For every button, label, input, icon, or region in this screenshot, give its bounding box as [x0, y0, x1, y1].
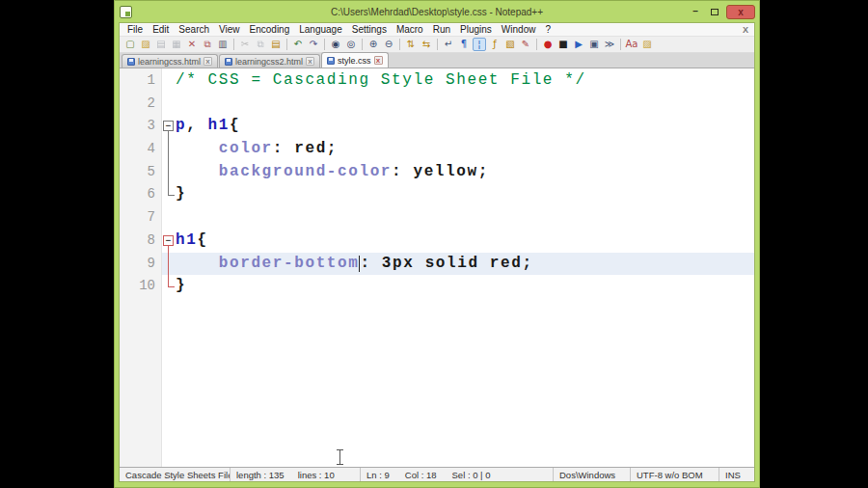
indent-guide-icon[interactable]: ¦: [473, 38, 486, 51]
editor-line: 10}: [120, 275, 754, 298]
client-area: FileEditSearchViewEncodingLanguageSettin…: [119, 22, 755, 482]
undo-icon[interactable]: ↶: [291, 38, 305, 51]
menu-item-plugins[interactable]: Plugins: [455, 24, 497, 35]
char-panel-icon[interactable]: Aa: [625, 38, 638, 51]
editor-line: 6}: [120, 183, 754, 206]
fold-margin: [162, 161, 176, 184]
open-folder-icon[interactable]: ▨: [139, 38, 152, 51]
editor-line: 9 border-bottom: 3px solid red;: [120, 253, 754, 276]
close-button[interactable]: x: [726, 5, 755, 19]
tab-learningcss2-html[interactable]: learningcss2.htmlx: [219, 54, 320, 68]
toolbar-separator: [437, 39, 438, 50]
tab-style-css[interactable]: style.cssx: [321, 52, 389, 68]
redo-icon[interactable]: ↷: [307, 38, 320, 51]
zoom-out-icon[interactable]: ⊖: [382, 38, 395, 51]
editor-line: 1/* CSS = Cascading Style Sheet File */: [120, 69, 754, 93]
word-wrap-icon[interactable]: ↵: [442, 38, 455, 51]
letterboxed-stage: C:\Users\Mehrdad\Desktop\style.css - Not…: [0, 0, 868, 488]
save-all-icon: ▦: [170, 38, 183, 51]
menu-item-edit[interactable]: Edit: [148, 24, 174, 35]
sync-horizontal-scroll-icon[interactable]: ⇆: [420, 38, 433, 51]
maximize-button[interactable]: [707, 6, 722, 17]
function-list-icon[interactable]: ƒ: [488, 38, 502, 51]
line-number: 1: [120, 69, 162, 93]
fold-margin: [162, 206, 176, 230]
saved-file-icon: [225, 58, 232, 66]
status-insert-mode[interactable]: INS: [719, 468, 754, 481]
toolbar-separator: [233, 39, 234, 50]
show-all-chars-icon[interactable]: ¶: [457, 38, 471, 51]
fold-margin: [162, 93, 176, 116]
zoom-in-icon[interactable]: ⊕: [366, 38, 380, 51]
fold-collapse-icon[interactable]: −: [163, 235, 174, 246]
macro-stop-icon[interactable]: ■: [556, 38, 570, 51]
tab-label: learningcss2.html: [235, 57, 303, 67]
tab-close-icon[interactable]: x: [306, 57, 314, 66]
menu-item-window[interactable]: Window: [497, 24, 541, 35]
new-file-icon[interactable]: ▢: [123, 38, 137, 51]
macro-record-icon[interactable]: ●: [541, 38, 555, 51]
editor-line: 5 background-color: yellow;: [120, 161, 754, 184]
menu-item-settings[interactable]: Settings: [347, 24, 392, 35]
status-column-number: Col : 18: [405, 470, 437, 480]
status-lines: lines : 10: [298, 470, 335, 480]
editor-line: 2: [120, 93, 754, 116]
close-all-icon[interactable]: ⧉: [201, 38, 214, 51]
editor-line: 8−h1{: [120, 230, 754, 253]
menu-item-run[interactable]: Run: [428, 24, 455, 35]
title-bar[interactable]: C:\Users\Mehrdad\Desktop\style.css - Not…: [115, 1, 759, 22]
paste-icon[interactable]: ▤: [269, 38, 283, 51]
line-number: 6: [120, 183, 162, 206]
find-icon[interactable]: ◉: [329, 38, 342, 51]
toolbar-separator: [324, 39, 325, 50]
menu-item-language[interactable]: Language: [294, 24, 347, 35]
toolbar-separator: [399, 39, 400, 50]
menu-item-encoding[interactable]: Encoding: [245, 24, 295, 35]
tab-close-icon[interactable]: x: [374, 56, 383, 65]
menu-item-search[interactable]: Search: [174, 24, 214, 35]
macro-run-multiple-icon[interactable]: ≫: [603, 38, 616, 51]
code-text: /* CSS = Cascading Style Sheet File */: [176, 69, 754, 93]
editor-line: 7: [120, 206, 754, 230]
tab-learningcss-html[interactable]: learningcss.htmlx: [122, 54, 218, 68]
doc-map-icon[interactable]: ▧: [503, 38, 517, 51]
macro-play-icon[interactable]: ▶: [572, 38, 585, 51]
notepad-plus-plus-window: C:\Users\Mehrdad\Desktop\style.css - Not…: [114, 0, 760, 488]
cut-icon: ✂: [238, 38, 252, 51]
doc-switcher-icon[interactable]: ✎: [519, 38, 532, 51]
fold-margin: [162, 253, 176, 276]
code-text: background-color: yellow;: [176, 161, 754, 184]
saved-file-icon: [127, 58, 135, 66]
tab-close-icon[interactable]: x: [203, 57, 212, 66]
window-title: C:\Users\Mehrdad\Desktop\style.css - Not…: [115, 7, 759, 17]
menu-item-view[interactable]: View: [214, 24, 245, 35]
status-eol-format[interactable]: Dos\Windows: [554, 468, 631, 481]
plugin-folder-icon[interactable]: ▨: [640, 38, 654, 51]
status-line-number: Ln : 9: [366, 470, 390, 480]
fold-collapse-icon[interactable]: −: [163, 121, 174, 131]
macro-save-icon[interactable]: ▣: [587, 38, 601, 51]
line-number: 2: [120, 93, 162, 116]
toolbar-separator: [362, 39, 363, 50]
close-file-icon[interactable]: ✕: [185, 38, 199, 51]
menubar-close-icon[interactable]: X: [743, 25, 748, 35]
fold-margin: [162, 275, 176, 298]
menu-bar: FileEditSearchViewEncodingLanguageSettin…: [120, 23, 754, 37]
toolbar-separator: [286, 39, 287, 50]
status-encoding[interactable]: UTF-8 w/o BOM: [631, 468, 719, 481]
menu-item-[interactable]: ?: [540, 24, 556, 35]
sync-vertical-scroll-icon[interactable]: ⇅: [404, 38, 418, 51]
replace-icon[interactable]: ◎: [344, 38, 358, 51]
code-text: h1{: [176, 230, 754, 253]
print-icon[interactable]: ▥: [216, 38, 230, 51]
fold-margin: −: [162, 115, 176, 138]
saved-file-icon: [327, 57, 335, 65]
fold-margin: [162, 138, 176, 161]
minimize-button[interactable]: –: [688, 6, 703, 17]
toolbar: ▢▨▤▦✕⧉▥✂⧉▤↶↷◉◎⊕⊖⇅⇆↵¶¦ƒ▧✎●■▶▣≫Aa▨: [120, 37, 754, 53]
menu-item-macro[interactable]: Macro: [392, 24, 428, 35]
line-number: 10: [120, 275, 162, 298]
menu-item-file[interactable]: File: [122, 24, 148, 35]
editor-text-area[interactable]: 1/* CSS = Cascading Style Sheet File */2…: [120, 68, 754, 467]
maximize-icon: [711, 9, 719, 15]
